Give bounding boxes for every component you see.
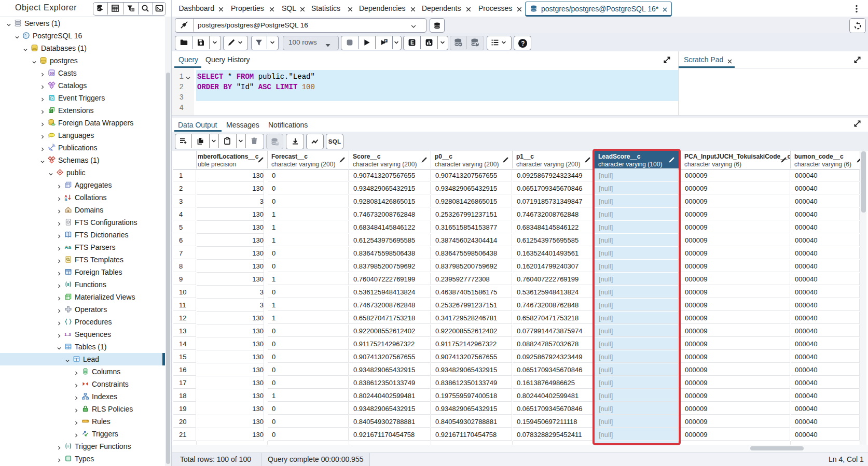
svg-text:B: B: [64, 197, 67, 201]
svg-text:Aa: Aa: [64, 244, 71, 250]
svg-text:1..3: 1..3: [64, 332, 71, 336]
svg-text:1: 1: [385, 39, 387, 43]
svg-text:69: 69: [50, 70, 54, 75]
svg-text:?: ?: [521, 40, 525, 47]
svg-text:E: E: [410, 39, 414, 46]
svg-text:A: A: [64, 194, 67, 197]
